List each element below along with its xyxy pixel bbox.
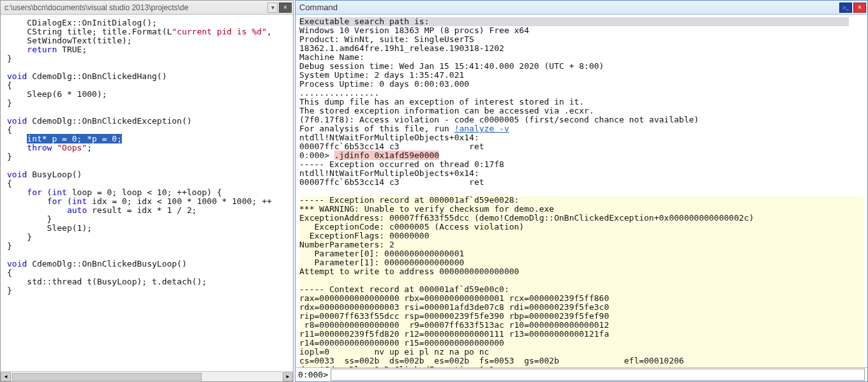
entered-command: .jdinfo 0x1afd59e0000 [334,151,439,160]
debug-output[interactable]: Executable search path is: Windows 10 Ve… [296,15,867,367]
command-prompt: 0:000> [298,370,328,379]
source-titlebar: c:\users\bcn\documents\visual studio 201… [1,1,293,15]
command-input-row: 0:000> [296,367,867,381]
command-pane: Command >_ × Executable search path is: … [295,0,868,382]
scroll-right-icon[interactable]: ► [283,372,293,381]
source-hscroll[interactable]: ◄ ► [1,371,293,381]
source-title: c:\users\bcn\documents\visual studio 201… [4,3,265,12]
exception-block: ----- Exception record at 000001af`d59e0… [299,196,864,367]
command-input[interactable] [331,369,865,381]
command-icon[interactable]: >_ [839,3,852,13]
output-header-line: Executable search path is: [299,17,849,26]
scroll-track[interactable] [11,372,282,381]
selected-line[interactable]: int* p = 0; *p = 0; [27,134,122,143]
source-code[interactable]: CDialogEx::OnInitDialog(); CString title… [1,15,293,371]
command-titlebar: Command >_ × [296,1,867,15]
scroll-left-icon[interactable]: ◄ [1,372,11,381]
close-command-button[interactable]: × [853,3,866,13]
scroll-thumb[interactable] [12,373,202,381]
close-source-button[interactable]: × [279,3,292,13]
source-pane: c:\users\bcn\documents\visual studio 201… [0,0,294,382]
command-title: Command [299,3,838,12]
source-dropdown-icon[interactable]: ▾ [267,3,278,13]
analyze-link[interactable]: !analyze -v [454,124,509,133]
